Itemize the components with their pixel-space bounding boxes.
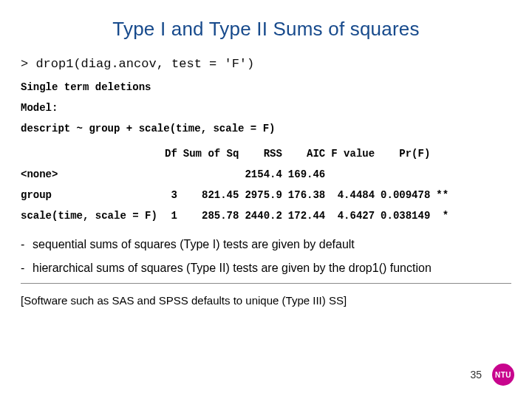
anova-cell: 2154.4 bbox=[245, 164, 287, 185]
anova-cell: * bbox=[436, 205, 454, 226]
anova-row-scale: scale(time, scale = F) 1 285.78 2440.2 1… bbox=[21, 205, 454, 226]
anova-cell: group bbox=[21, 185, 165, 205]
anova-cell bbox=[165, 164, 183, 185]
anova-cell bbox=[436, 164, 454, 185]
anova-row-none: <none> 2154.4 169.46 bbox=[21, 164, 454, 185]
model-label: Model: bbox=[21, 102, 511, 114]
anova-cell: 3 bbox=[165, 185, 183, 205]
model-formula: descript ~ group + scale(time, scale = F… bbox=[21, 123, 511, 134]
anova-header-sumsq: Sum of Sq bbox=[183, 143, 245, 164]
anova-table: Df Sum of Sq RSS AIC F value Pr(F) <none… bbox=[21, 143, 454, 226]
anova-cell bbox=[331, 164, 381, 185]
anova-header-rss: RSS bbox=[245, 143, 287, 164]
anova-cell: 176.38 bbox=[288, 185, 331, 205]
ntu-logo-icon: NTU bbox=[492, 364, 514, 386]
anova-cell: 4.6427 bbox=[331, 205, 381, 226]
anova-cell bbox=[381, 164, 436, 185]
page-title: Type I and Type II Sums of squares bbox=[21, 18, 511, 41]
bullet-item: - sequential sums of squares (Type I) te… bbox=[21, 236, 511, 253]
bullet-text: hierarchical sums of squares (Type II) t… bbox=[33, 260, 432, 276]
anova-cell: <none> bbox=[21, 164, 165, 185]
dash-icon: - bbox=[21, 260, 33, 276]
divider bbox=[21, 283, 511, 284]
anova-header-df: Df bbox=[165, 143, 183, 164]
anova-header-blank bbox=[21, 143, 165, 164]
anova-cell: ** bbox=[436, 185, 454, 205]
bullet-text: sequential sums of squares (Type I) test… bbox=[33, 236, 355, 253]
r-command: > drop1(diag.ancov, test = 'F') bbox=[21, 57, 511, 71]
page-footer: 35 NTU bbox=[470, 364, 514, 386]
anova-header-signif bbox=[436, 143, 454, 164]
page-number: 35 bbox=[470, 369, 482, 381]
anova-header-row: Df Sum of Sq RSS AIC F value Pr(F) bbox=[21, 143, 454, 164]
anova-cell: 0.009478 bbox=[381, 185, 436, 205]
anova-cell: 2975.9 bbox=[245, 185, 287, 205]
anova-cell: scale(time, scale = F) bbox=[21, 205, 165, 226]
anova-cell: 821.45 bbox=[183, 185, 245, 205]
anova-cell: 285.78 bbox=[183, 205, 245, 226]
bullet-item: - hierarchical sums of squares (Type II)… bbox=[21, 260, 511, 276]
bullet-list: - sequential sums of squares (Type I) te… bbox=[21, 236, 511, 276]
anova-cell: 2440.2 bbox=[245, 205, 287, 226]
anova-header-aic: AIC bbox=[288, 143, 331, 164]
anova-cell: 169.46 bbox=[288, 164, 331, 185]
footnote: [Software such as SAS and SPSS defaults … bbox=[21, 294, 511, 307]
anova-header-prf: Pr(F) bbox=[381, 143, 436, 164]
anova-cell bbox=[183, 164, 245, 185]
anova-row-group: group 3 821.45 2975.9 176.38 4.4484 0.00… bbox=[21, 185, 454, 205]
anova-cell: 0.038149 bbox=[381, 205, 436, 226]
dash-icon: - bbox=[21, 236, 33, 253]
anova-cell: 172.44 bbox=[288, 205, 331, 226]
anova-cell: 4.4484 bbox=[331, 185, 381, 205]
anova-cell: 1 bbox=[165, 205, 183, 226]
anova-header-fvalue: F value bbox=[331, 143, 381, 164]
single-term-deletions-label: Single term deletions bbox=[21, 81, 511, 93]
